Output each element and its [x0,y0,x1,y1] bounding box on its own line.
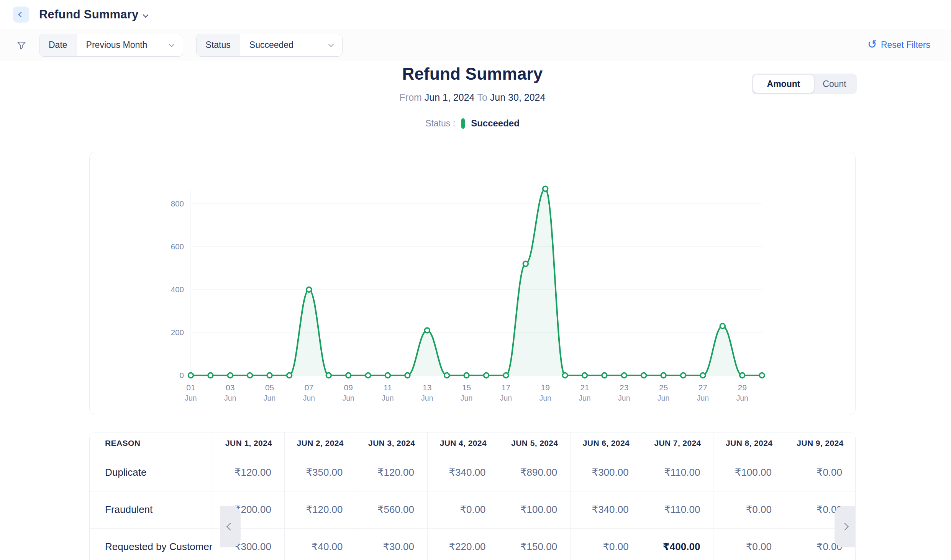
date-filter-value: Previous Month [86,40,148,50]
amount-cell: ₹150.00 [499,528,571,560]
status-filter[interactable]: Status Succeeded [196,34,343,57]
chevron-down-icon [169,41,174,47]
x-axis-tick-month: Jun [382,394,394,402]
x-axis-tick-day: 27 [698,383,707,392]
data-point-marker [425,328,430,333]
data-point-marker [228,373,233,378]
reason-cell: Fraudulent [90,491,213,528]
status-filter-label: Status [197,34,240,56]
x-axis-tick-month: Jun [579,394,590,402]
data-point-marker [720,324,725,329]
table-scroll-right-button[interactable] [835,506,855,547]
amount-cell: ₹120.00 [356,454,428,491]
data-point-marker [523,261,528,266]
data-point-marker [346,373,351,378]
status-filter-value: Succeeded [249,40,293,50]
series-area [191,189,762,375]
toggle-amount[interactable]: Amount [753,75,814,93]
x-axis-tick-month: Jun [697,394,709,402]
status-color-bar [461,118,465,129]
status-legend: Status : Succeeded [89,118,856,129]
data-point-marker [759,373,764,378]
amount-cell: ₹30.00 [356,528,428,560]
series-line [191,189,762,375]
y-axis-tick: 600 [171,242,184,251]
chevron-down-icon [143,12,148,17]
data-point-marker [287,373,292,378]
chevron-down-icon [328,41,334,47]
data-point-marker [208,373,213,378]
date-column-header: JUN 9, 2024 [785,432,855,454]
date-column-header: JUN 1, 2024 [213,432,285,454]
date-column-header: JUN 5, 2024 [499,432,571,454]
date-column-header: JUN 6, 2024 [571,432,642,454]
filter-funnel-icon [16,40,27,51]
amount-cell: ₹120.00 [213,454,285,491]
reason-cell: Requested by Customer [90,528,213,560]
x-axis-tick-month: Jun [461,394,472,402]
date-filter[interactable]: Date Previous Month [39,34,183,57]
report-heading: Refund Summary From Jun 1, 2024 To Jun 3… [89,64,856,103]
table-scroll-left-button[interactable] [220,506,241,547]
amount-cell: ₹0.00 [713,491,785,528]
x-axis-tick-day: 01 [186,383,195,392]
title-dropdown[interactable] [144,11,148,18]
amount-cell: ₹0.00 [428,491,499,528]
x-axis-tick-month: Jun [264,394,275,402]
data-point-marker [562,373,567,378]
page-title: Refund Summary [39,8,138,21]
data-point-marker [405,373,410,378]
data-point-marker [366,373,371,378]
table-row: Fraudulent₹200.00₹120.00₹560.00₹0.00₹100… [90,491,855,528]
x-axis-tick-month: Jun [224,394,236,402]
amount-cell: ₹0.00 [713,528,785,560]
data-point-marker [700,373,705,378]
reason-column-header: REASON [90,432,213,454]
back-button[interactable] [13,7,29,23]
data-point-marker [740,373,745,378]
data-point-marker [681,373,686,378]
amount-count-toggle: Amount Count [752,74,857,94]
x-axis-tick-month: Jun [658,394,669,402]
toggle-count[interactable]: Count [814,75,855,93]
filter-bar: Date Previous Month Status Succeeded ↺ R… [0,29,951,61]
amount-cell: ₹0.00 [571,528,642,560]
reason-cell: Duplicate [90,454,213,491]
amount-cell: ₹40.00 [284,528,356,560]
amount-cell: ₹0.00 [785,454,855,491]
amount-cell: ₹100.00 [713,454,785,491]
data-point-marker [641,373,646,378]
amount-cell: ₹100.00 [499,491,571,528]
data-point-marker [189,373,193,378]
x-axis-tick-day: 23 [620,383,628,392]
reset-filters-button[interactable]: ↺ Reset Filters [867,40,930,50]
range-to-label: To [477,92,490,103]
x-axis-tick-day: 21 [580,383,589,392]
refund-chart-card: 020040060080001Jun03Jun05Jun07Jun09Jun11… [89,152,856,415]
amount-cell: ₹300.00 [571,454,642,491]
report-date-range: From Jun 1, 2024 To Jun 30, 2024 [89,92,856,103]
chevron-left-icon [226,523,234,531]
data-point-marker [543,186,548,191]
x-axis-tick-day: 17 [502,383,510,392]
x-axis-tick-month: Jun [736,394,748,402]
amount-cell: ₹220.00 [428,528,499,560]
y-axis-tick: 0 [180,371,184,380]
amount-cell: ₹350.00 [284,454,356,491]
data-point-marker [621,373,626,378]
amount-cell: ₹400.00 [642,528,713,560]
y-axis-tick: 800 [171,199,184,208]
range-from-date: Jun 1, 2024 [425,92,477,103]
amount-cell: ₹110.00 [642,454,713,491]
x-axis-tick-day: 11 [384,383,392,392]
date-column-header: JUN 8, 2024 [713,432,785,454]
range-from-label: From [400,92,425,103]
range-to-date: Jun 30, 2024 [490,92,546,103]
x-axis-tick-month: Jun [342,394,354,402]
x-axis-tick-day: 19 [541,383,550,392]
table-row: Duplicate₹120.00₹350.00₹120.00₹340.00₹89… [90,454,855,491]
date-column-header: JUN 3, 2024 [356,432,428,454]
legend-value: Succeeded [471,118,520,129]
x-axis-tick-month: Jun [500,394,512,402]
amount-cell: ₹560.00 [356,491,428,528]
